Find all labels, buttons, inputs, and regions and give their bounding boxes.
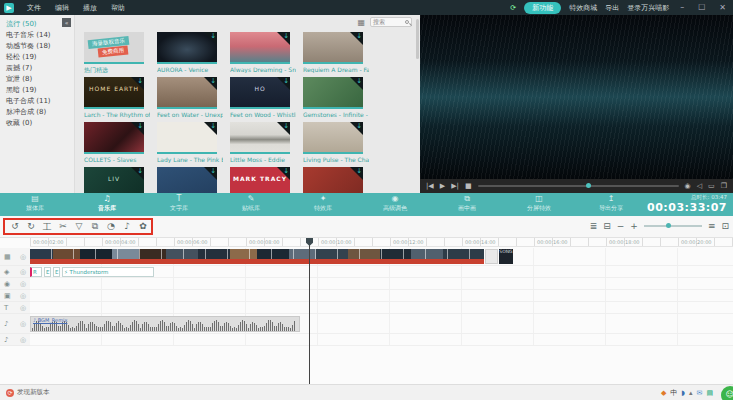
track-row-overlay[interactable] xyxy=(30,278,733,290)
track-head-text[interactable]: T◎ xyxy=(0,302,30,314)
tray-mail-icon[interactable]: ✉ xyxy=(697,389,703,397)
music-card[interactable]: ↓ xyxy=(303,167,363,193)
zoom-slider-handle[interactable] xyxy=(666,223,671,228)
tab-pip[interactable]: ⧉ 画中画 xyxy=(432,194,502,212)
sidebar-item-electronic[interactable]: 电子音乐 (14) xyxy=(6,30,74,41)
minimize-button[interactable]: – xyxy=(677,3,687,12)
track-head-voice[interactable]: ♪◎ xyxy=(0,334,30,346)
tray-volume-icon[interactable]: ▴ xyxy=(689,389,693,397)
account-button[interactable]: 登录万兴喵影 xyxy=(627,3,669,13)
tab-sticker-library[interactable]: ✎ 贴纸库 xyxy=(216,194,286,212)
tab-media-library[interactable]: ▤ 媒体库 xyxy=(0,194,70,212)
shortcut-icon[interactable]: ≡ xyxy=(708,221,716,231)
next-frame-button[interactable]: ▶| xyxy=(451,182,459,190)
effect-clip-thunderstorm[interactable]: ⚡ Thunderstorm xyxy=(62,267,154,277)
tab-split-screen[interactable]: ◫ 分屏特效 xyxy=(504,194,574,212)
video-clip-blank[interactable] xyxy=(485,249,498,264)
sidebar-item-synth[interactable]: 电子合成 (11) xyxy=(6,96,74,107)
music-card[interactable]: ↓ xyxy=(157,77,217,109)
export-menu-button[interactable]: 导出 xyxy=(605,3,619,13)
sidebar-item-beat[interactable]: 动感节奏 (18) xyxy=(6,41,74,52)
tab-color-grading[interactable]: ◉ 高级调色 xyxy=(360,194,430,212)
ratio-icon[interactable]: ▭ xyxy=(708,182,715,190)
music-card[interactable]: ↓ xyxy=(303,32,363,64)
sidebar-item-relax[interactable]: 轻松 (19) xyxy=(6,52,74,63)
track-manage-icon[interactable]: ≣ xyxy=(590,221,598,231)
fullscreen-icon[interactable]: ❒ xyxy=(721,182,727,190)
sidebar-item-favorites[interactable]: 收藏 (0) xyxy=(6,118,74,129)
volume-icon[interactable]: ◁ xyxy=(697,182,702,190)
tab-export-share[interactable]: ↥ 导出分享 xyxy=(576,194,646,212)
music-card[interactable]: ↓ xyxy=(157,167,217,193)
ime-icon[interactable]: 中 xyxy=(670,388,677,398)
tab-text-library[interactable]: T 文字库 xyxy=(144,194,214,212)
update-link[interactable]: 发现新版本 xyxy=(17,388,50,397)
effect-clip[interactable]: R xyxy=(30,267,42,277)
sidebar-collapse-button[interactable]: « xyxy=(62,18,71,27)
eye-icon[interactable]: ◎ xyxy=(20,304,26,312)
track-row-text[interactable] xyxy=(30,302,733,314)
eye-icon[interactable]: ◎ xyxy=(20,292,26,300)
scrub-handle[interactable] xyxy=(586,183,591,188)
fit-screen-icon[interactable]: ⊡ xyxy=(721,221,729,231)
tray-network-icon[interactable]: ◗ xyxy=(681,389,685,397)
tray-shield-icon[interactable]: ▤ xyxy=(706,389,713,397)
refresh-icon[interactable]: ⟳ xyxy=(510,4,516,12)
track-head-element[interactable]: ▣◎ xyxy=(0,290,30,302)
music-card[interactable]: ↓ xyxy=(303,122,363,154)
video-preview[interactable] xyxy=(420,15,733,179)
eye-icon[interactable]: ◎ xyxy=(20,253,26,261)
promo-card[interactable]: 海量版权音乐 免费商用 xyxy=(84,32,144,64)
effects-store-button[interactable]: 特效商城 xyxy=(569,3,597,13)
menu-edit[interactable]: 编辑 xyxy=(48,3,76,13)
new-feature-button[interactable]: 新功能 xyxy=(524,2,561,14)
eye-icon[interactable]: ◎ xyxy=(20,336,26,344)
track-row-element[interactable] xyxy=(30,290,733,302)
sidebar-item-dark[interactable]: 黑暗 (19) xyxy=(6,85,74,96)
zoom-in-icon[interactable]: + xyxy=(630,221,638,231)
eye-icon[interactable]: ◎ xyxy=(20,280,26,288)
menu-help[interactable]: 帮助 xyxy=(104,3,132,13)
stop-button[interactable]: ■ xyxy=(465,182,472,190)
sidebar-item-epic[interactable]: 震撼 (7) xyxy=(6,63,74,74)
music-card[interactable]: LIV ↓ xyxy=(84,167,144,193)
assistant-fab-button[interactable]: ☺ xyxy=(721,386,733,400)
scrub-slider[interactable] xyxy=(478,185,679,187)
menu-play[interactable]: 播放 xyxy=(76,3,104,13)
audio-clip[interactable]: ♪ BGM_Remix xyxy=(30,316,300,332)
music-card[interactable]: ↓ xyxy=(230,122,290,154)
close-button[interactable]: ✕ xyxy=(716,3,729,12)
music-card[interactable]: ↓ xyxy=(157,32,217,64)
music-card[interactable]: ↓ xyxy=(230,32,290,64)
music-card[interactable]: ↓ xyxy=(84,122,144,154)
library-scrollbar[interactable] xyxy=(416,19,419,59)
fit-timeline-icon[interactable]: ⊟ xyxy=(603,221,611,231)
track-head-video[interactable]: ▦◎ xyxy=(0,248,30,266)
tab-effects-library[interactable]: ✦ 特效库 xyxy=(288,194,358,212)
tray-app-icon[interactable]: ◆ xyxy=(661,389,666,397)
snapshot-icon[interactable]: ◉ xyxy=(685,182,691,190)
track-row-voice[interactable] xyxy=(30,334,733,346)
music-card[interactable]: HO ↓ xyxy=(230,77,290,109)
search-input[interactable]: 搜索 xyxy=(370,17,412,27)
sidebar-item-release[interactable]: 宣泄 (8) xyxy=(6,74,74,85)
tab-music-library[interactable]: ♫ 音乐库 xyxy=(72,194,142,212)
timeline-ruler[interactable]: 00:00:02:00 00:00:04:00 00:00:06:00 00:0… xyxy=(30,238,733,247)
menu-file[interactable]: 文件 xyxy=(20,3,48,13)
effect-clip[interactable]: E xyxy=(53,267,60,277)
zoom-out-icon[interactable]: − xyxy=(617,221,625,231)
playhead[interactable] xyxy=(309,238,310,384)
video-clip-tail[interactable]: SONG xyxy=(499,249,513,264)
music-card[interactable]: MARK TRACY ↓ xyxy=(230,167,290,193)
sidebar-item-pulse[interactable]: 脉冲合成 (8) xyxy=(6,107,74,118)
music-card[interactable]: HOME EARTH ↓ xyxy=(84,77,144,109)
previous-frame-button[interactable]: |◀ xyxy=(426,182,434,190)
effect-clip[interactable]: E xyxy=(44,267,51,277)
video-clip-filmstrip[interactable] xyxy=(30,249,484,259)
maximize-button[interactable]: ☐ xyxy=(695,3,708,12)
music-card[interactable]: ↓ xyxy=(303,77,363,109)
track-head-overlay[interactable]: ◉◎ xyxy=(0,278,30,290)
play-button[interactable]: ▶ xyxy=(440,182,445,190)
music-card[interactable]: ↓ xyxy=(157,122,217,154)
grid-view-icon[interactable]: ▦ xyxy=(357,18,365,27)
